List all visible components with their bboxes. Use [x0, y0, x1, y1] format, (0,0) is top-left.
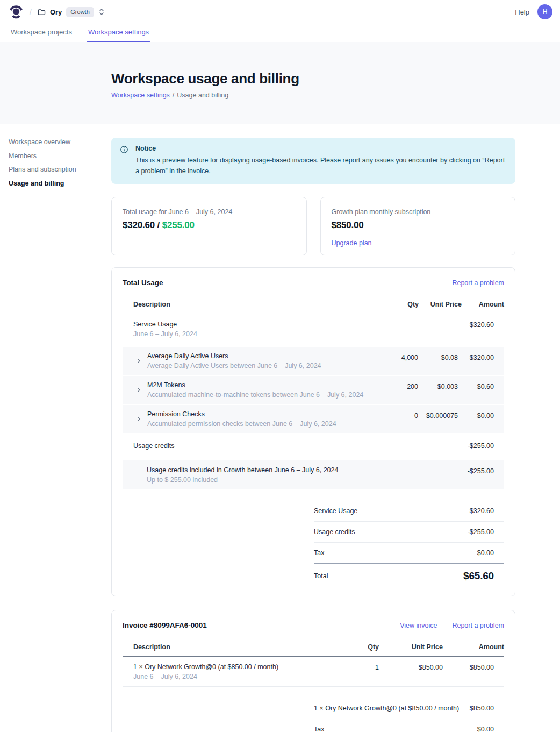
- help-link[interactable]: Help: [515, 8, 529, 16]
- line-item-amount: $320.00: [462, 347, 504, 375]
- line-item-row: Average Daily Active Users Average Daily…: [123, 347, 504, 375]
- summary-value: $320.60: [470, 507, 494, 515]
- invoice-panel-head: Invoice #8099AFA6-0001 View invoice Repo…: [123, 621, 504, 629]
- summary-value: $850.00: [470, 705, 494, 712]
- ory-logo-icon: [9, 4, 24, 19]
- notice-content: Notice This is a preview feature for dis…: [135, 145, 507, 176]
- sidebar-item-usage-and-billing[interactable]: Usage and billing: [9, 180, 106, 187]
- summary-label: Tax: [314, 549, 324, 557]
- col-unit-price: Unit Price: [419, 295, 462, 314]
- summary-label: Service Usage: [314, 507, 357, 515]
- total-value: $65.60: [463, 570, 494, 582]
- sidebar-item-workspace-overview[interactable]: Workspace overview: [9, 139, 106, 146]
- summary-label: Usage credits: [314, 528, 355, 536]
- invoice-line-period: June 6 – July 6, 2024: [133, 673, 331, 680]
- chevron-right-icon[interactable]: [135, 416, 142, 422]
- col-qty: Qty: [331, 638, 404, 657]
- line-item-row: M2M Tokens Accumulated machine-to-machin…: [123, 375, 504, 404]
- nav-breadcrumb-separator: /: [30, 8, 32, 16]
- total-usage-panel-head: Total Usage Report a problem: [123, 279, 504, 287]
- plan-badge: Growth: [66, 7, 94, 17]
- line-item-subtitle: Accumulated permission checks between Ju…: [147, 420, 336, 428]
- invoice-table-header: Description Qty Unit Price Amount: [123, 638, 504, 657]
- stat-cards: Total usage for June 6 – July 6, 2024 $3…: [111, 197, 515, 255]
- credits-detail-amount: -$255.00: [462, 460, 504, 489]
- line-item-unit-price: $0.08: [419, 347, 462, 375]
- sidebar-item-plans-and-subscription[interactable]: Plans and subscription: [9, 166, 106, 173]
- line-item-title: Average Daily Active Users: [147, 352, 321, 360]
- invoice-panel: Invoice #8099AFA6-0001 View invoice Repo…: [111, 610, 515, 732]
- invoice-line-row: 1 × Ory Network Growth@0 (at $850.00 / m…: [123, 657, 504, 687]
- workspace-tabs: Workspace projects Workspace settings: [0, 24, 560, 42]
- invoice-line-amount: $850.00: [462, 657, 504, 687]
- total-usage-value: $320.60 / $255.00: [123, 220, 296, 231]
- line-item-amount: $0.00: [462, 404, 504, 433]
- line-item-qty: 4,000: [370, 347, 419, 375]
- view-invoice-link[interactable]: View invoice: [400, 622, 437, 629]
- tab-workspace-settings[interactable]: Workspace settings: [87, 24, 150, 42]
- col-unit-price: Unit Price: [404, 638, 462, 657]
- line-item-subtitle: Average Daily Active Users between June …: [147, 362, 321, 369]
- service-usage-period: June 6 – July 6, 2024: [133, 330, 370, 338]
- summary-label: Tax: [314, 726, 324, 732]
- summary-row-total: Total $65.60: [314, 564, 504, 583]
- summary-row-tax: Tax $0.00: [314, 719, 504, 732]
- chevron-right-icon[interactable]: [135, 387, 142, 393]
- invoice-line-title: 1 × Ory Network Growth@0 (at $850.00 / m…: [133, 663, 331, 671]
- usage-table-header: Description Qty Unit Price Amount: [123, 295, 504, 314]
- report-problem-link[interactable]: Report a problem: [452, 279, 504, 287]
- page-header: Workspace usage and billing Workspace se…: [0, 42, 560, 124]
- service-usage-title: Service Usage: [133, 321, 370, 328]
- invoice-title: Invoice #8099AFA6-0001: [123, 621, 207, 629]
- line-item-row: Permission Checks Accumulated permission…: [123, 404, 504, 433]
- avatar[interactable]: H: [537, 4, 552, 19]
- tab-workspace-projects[interactable]: Workspace projects: [10, 24, 73, 42]
- credits-detail-title: Usage credits included in Growth between…: [147, 466, 370, 474]
- credits-detail-subtitle: Up to $ 255.00 included: [147, 476, 370, 484]
- sidebar-item-members[interactable]: Members: [9, 153, 106, 160]
- col-amount: Amount: [462, 295, 504, 314]
- invoice-line-unit-price: $850.00: [404, 657, 462, 687]
- nav-left-group: / Ory Growth: [9, 4, 105, 19]
- usage-credits-row: Usage credits -$255.00: [123, 433, 504, 457]
- top-navigation: / Ory Growth Help H: [0, 0, 560, 24]
- col-qty: Qty: [370, 295, 419, 314]
- notice-body: This is a preview feature for displaying…: [135, 155, 507, 176]
- breadcrumb: Workspace settings/Usage and billing: [111, 91, 560, 99]
- line-item-qty: 200: [370, 375, 419, 404]
- line-item-subtitle: Accumulated machine-to-machine tokens be…: [147, 391, 363, 399]
- usage-credits-amount: -$255.00: [462, 433, 504, 457]
- report-problem-link[interactable]: Report a problem: [452, 622, 504, 629]
- usage-summary: Service Usage $320.60 Usage credits -$25…: [123, 501, 504, 583]
- service-usage-row: Service Usage June 6 – July 6, 2024 $320…: [123, 314, 504, 344]
- usage-credits-label: Usage credits: [133, 442, 370, 450]
- line-item-title: Permission Checks: [147, 410, 336, 418]
- info-icon: [120, 145, 128, 176]
- col-description: Description: [123, 295, 370, 314]
- folder-icon: [38, 9, 46, 16]
- plan-card: Growth plan monthly subscription $850.00…: [320, 197, 516, 255]
- line-item-title: M2M Tokens: [147, 381, 363, 389]
- usage-amount: $320.60: [123, 220, 155, 230]
- summary-value: $0.00: [477, 726, 494, 732]
- credits-detail-row: Usage credits included in Growth between…: [123, 460, 504, 489]
- upgrade-plan-link[interactable]: Upgrade plan: [332, 239, 372, 247]
- invoice-summary: 1 × Ory Network Growth@0 (at $850.00 / m…: [123, 698, 504, 732]
- summary-value: -$255.00: [468, 528, 494, 536]
- total-usage-label: Total usage for June 6 – July 6, 2024: [123, 208, 296, 216]
- chevron-right-icon[interactable]: [135, 358, 142, 364]
- invoice-line-qty: 1: [331, 657, 404, 687]
- total-label: Total: [314, 572, 328, 580]
- summary-row-usage-credits: Usage credits -$255.00: [314, 522, 504, 543]
- workspace-name: Ory: [50, 8, 62, 16]
- breadcrumb-link-workspace-settings[interactable]: Workspace settings: [111, 91, 170, 99]
- usage-credit-amount: $255.00: [162, 220, 195, 230]
- col-amount: Amount: [462, 638, 504, 657]
- ory-logo[interactable]: [9, 4, 24, 19]
- service-usage-amount: $320.60: [462, 314, 504, 344]
- summary-label: 1 × Ory Network Growth@0 (at $850.00 / m…: [314, 705, 459, 712]
- workspace-switcher[interactable]: Ory Growth: [38, 7, 105, 17]
- breadcrumb-current: Usage and billing: [177, 91, 228, 99]
- line-item-unit-price: $0.000075: [419, 404, 462, 433]
- nav-right-group: Help H: [515, 4, 552, 19]
